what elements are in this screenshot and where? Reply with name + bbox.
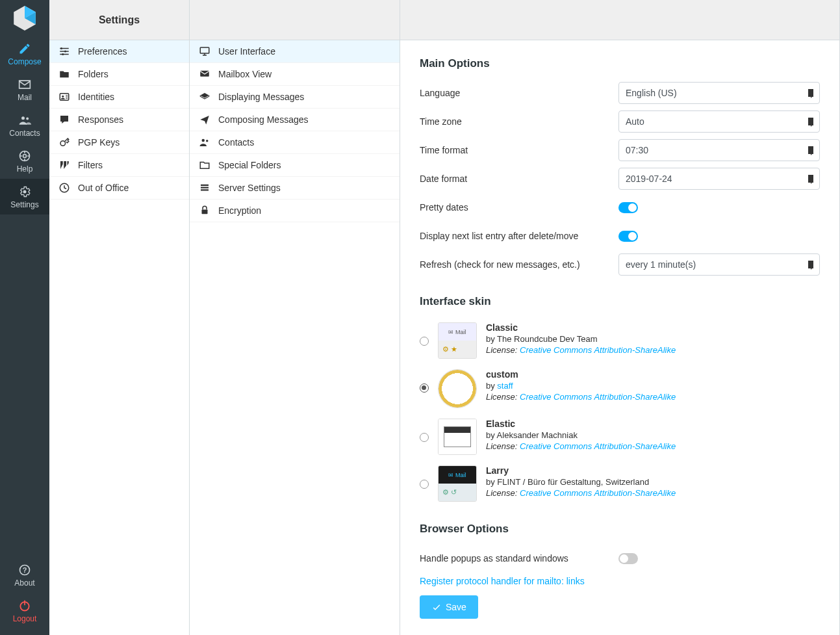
settings-section-item[interactable]: PGP Keys <box>49 131 189 154</box>
settings-section-item[interactable]: Out of Office <box>49 177 189 200</box>
display-next-toggle[interactable] <box>618 231 638 242</box>
skin-license-link[interactable]: Creative Commons Attribution-ShareAlike <box>520 345 676 355</box>
list-item-label: Folders <box>78 69 108 79</box>
nav-about[interactable]: ? About <box>0 557 49 593</box>
list-item-label: Contacts <box>218 137 254 148</box>
preference-section-item[interactable]: Contacts <box>190 131 400 154</box>
nav-settings[interactable]: Settings <box>0 179 49 214</box>
list-item-label: User Interface <box>218 46 275 57</box>
skin-thumbnail <box>438 369 477 408</box>
list-item-label: Composing Messages <box>218 114 309 125</box>
refresh-label: Refresh (check for new messages, etc.) <box>420 259 618 270</box>
dateformat-select[interactable]: 2019-07-24 <box>618 168 820 190</box>
language-select[interactable]: English (US) <box>618 82 820 104</box>
app-sidebar: Compose Mail Contacts Help Settings ? <box>0 0 49 635</box>
timeformat-select[interactable]: 07:30 <box>618 139 820 161</box>
skin-radio[interactable] <box>420 433 429 442</box>
refresh-select[interactable]: every 1 minute(s) <box>618 253 820 276</box>
save-button[interactable]: Save <box>420 595 478 619</box>
check-icon <box>431 602 442 612</box>
svg-rect-26 <box>202 210 208 214</box>
skin-radio[interactable] <box>420 337 429 346</box>
preference-section-item[interactable]: Displaying Messages <box>190 86 400 109</box>
svg-point-14 <box>62 53 64 55</box>
nav-compose-label: Compose <box>8 57 41 66</box>
settings-icon <box>18 185 31 198</box>
nav-logout-label: Logout <box>13 614 37 623</box>
nav-logout[interactable]: Logout <box>0 593 49 629</box>
preference-sections-header <box>190 0 400 40</box>
skin-license: License: Creative Commons Attribution-Sh… <box>486 345 676 355</box>
popups-toggle[interactable] <box>618 553 638 564</box>
section-main-options: Main Options <box>420 57 820 70</box>
list-icon <box>199 68 210 80</box>
svg-point-21 <box>202 139 205 142</box>
nav-mail[interactable]: Mail <box>0 71 49 107</box>
preference-section-item[interactable]: Server Settings <box>190 177 400 200</box>
list-icon <box>58 91 70 103</box>
settings-section-item[interactable]: Preferences <box>49 40 189 63</box>
skin-author-link[interactable]: staff <box>497 381 513 391</box>
skin-name: Elastic <box>486 419 676 429</box>
svg-point-4 <box>26 118 29 120</box>
settings-section-item[interactable]: Identities <box>49 86 189 109</box>
nav-help[interactable]: Help <box>0 143 49 179</box>
skin-license-link[interactable]: Creative Commons Attribution-ShareAlike <box>520 441 676 451</box>
list-icon <box>58 114 70 125</box>
language-label: Language <box>420 88 618 98</box>
nav-about-label: About <box>14 578 34 588</box>
svg-point-16 <box>62 96 64 97</box>
skin-radio[interactable] <box>420 480 429 489</box>
skin-license-link[interactable]: Creative Commons Attribution-ShareAlike <box>520 392 676 402</box>
settings-content-panel: Main Options Language English (US) Time … <box>400 0 840 635</box>
skin-author: by The Roundcube Dev Team <box>486 334 676 344</box>
skin-thumbnail <box>438 322 477 359</box>
list-item-label: Special Folders <box>218 160 281 170</box>
settings-section-item[interactable]: Responses <box>49 109 189 131</box>
preference-section-item[interactable]: Mailbox View <box>190 63 400 86</box>
list-icon <box>199 205 210 216</box>
skin-name: Classic <box>486 322 676 333</box>
save-button-label: Save <box>446 602 466 612</box>
list-item-label: Mailbox View <box>218 69 272 79</box>
preference-section-item[interactable]: Encryption <box>190 200 400 222</box>
svg-point-6 <box>23 155 27 158</box>
svg-point-7 <box>23 190 27 194</box>
settings-section-item[interactable]: Folders <box>49 63 189 86</box>
nav-contacts[interactable]: Contacts <box>0 107 49 143</box>
nav-contacts-label: Contacts <box>9 129 40 138</box>
svg-text:?: ? <box>23 566 27 574</box>
section-browser-options: Browser Options <box>420 523 820 536</box>
nav-help-label: Help <box>17 164 33 174</box>
compose-icon <box>18 42 31 55</box>
preference-section-item[interactable]: User Interface <box>190 40 400 63</box>
skin-radio[interactable] <box>420 383 429 393</box>
settings-section-item[interactable]: Filters <box>49 154 189 177</box>
list-item-label: PGP Keys <box>78 137 120 148</box>
skin-license-link[interactable]: Creative Commons Attribution-ShareAlike <box>520 488 676 498</box>
svg-rect-23 <box>201 185 209 186</box>
list-item-label: Preferences <box>78 46 127 57</box>
nav-settings-label: Settings <box>10 200 38 209</box>
preference-sections-panel: User InterfaceMailbox ViewDisplaying Mes… <box>190 0 400 635</box>
svg-point-3 <box>21 116 25 120</box>
list-icon <box>58 68 70 80</box>
settings-sections-panel: Settings PreferencesFoldersIdentitiesRes… <box>49 0 190 635</box>
list-item-label: Out of Office <box>78 183 129 193</box>
pretty-dates-label: Pretty dates <box>420 202 618 213</box>
skins-list: Classicby The Roundcube Dev TeamLicense:… <box>420 317 820 507</box>
preference-section-item[interactable]: Composing Messages <box>190 109 400 131</box>
contacts-icon <box>18 114 31 127</box>
register-protocol-link[interactable]: Register protocol handler for mailto: li… <box>420 576 585 586</box>
svg-point-17 <box>60 141 66 146</box>
preference-section-item[interactable]: Special Folders <box>190 154 400 177</box>
skin-name: Larry <box>486 465 676 476</box>
popups-label: Handle popups as standard windows <box>420 553 618 564</box>
pretty-dates-toggle[interactable] <box>618 202 638 213</box>
skin-author: by Aleksander Machniak <box>486 430 676 440</box>
about-icon: ? <box>18 564 31 577</box>
skin-name: custom <box>486 369 676 380</box>
timezone-select[interactable]: Auto <box>618 110 820 133</box>
nav-compose[interactable]: Compose <box>0 36 49 71</box>
svg-rect-20 <box>200 71 209 77</box>
